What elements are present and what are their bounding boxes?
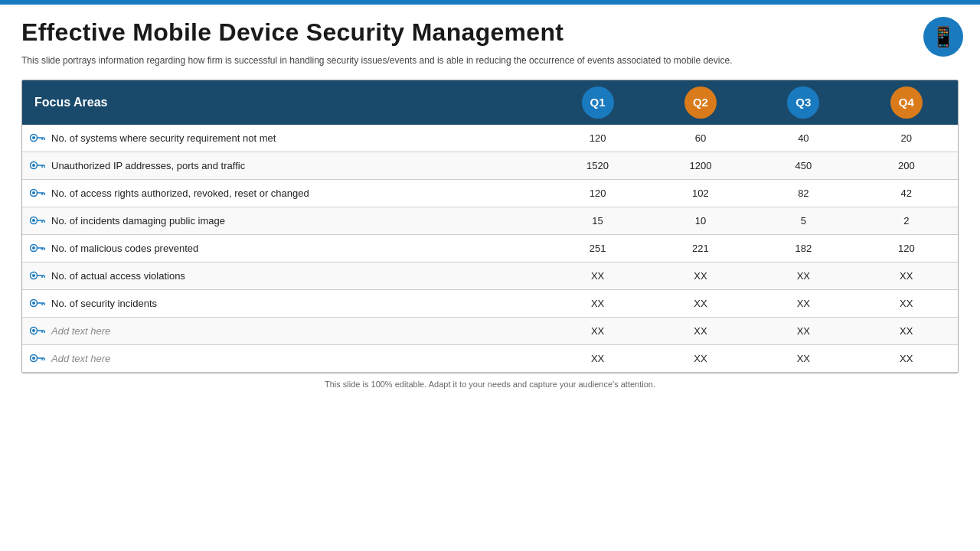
- q3-value: XX: [752, 262, 854, 289]
- page-title: Effective Mobile Device Security Managem…: [21, 18, 959, 47]
- svg-point-11: [32, 191, 35, 194]
- q4-value: XX: [855, 317, 958, 344]
- q2-value: 1200: [649, 152, 752, 179]
- row-label-text: Unauthorized IP addresses, ports and tra…: [51, 160, 245, 171]
- row-label-cell: Unauthorized IP addresses, ports and tra…: [22, 152, 546, 179]
- q1-value: 1520: [546, 152, 648, 179]
- q3-value: XX: [752, 344, 854, 372]
- phone-icon-wrapper: 📱: [923, 17, 963, 57]
- q3-value: 82: [752, 179, 854, 207]
- q3-header: Q3: [752, 80, 854, 125]
- row-label-cell: No. of incidents damaging public image: [22, 207, 546, 234]
- q3-value: 182: [752, 234, 854, 262]
- table-row: No. of security incidentsXXXXXXXX: [22, 289, 958, 317]
- q4-value: XX: [855, 262, 958, 289]
- q1-value: XX: [546, 262, 648, 289]
- q2-value: XX: [649, 344, 752, 372]
- row-label-cell: No. of systems where security requiremen…: [22, 125, 546, 152]
- table-row: No. of systems where security requiremen…: [22, 125, 958, 152]
- row-label-text: No. of systems where security requiremen…: [51, 132, 276, 144]
- q1-badge: Q1: [582, 86, 614, 119]
- table-header-row: Focus Areas Q1 Q2 Q3 Q4: [22, 80, 958, 125]
- key-icon: [30, 161, 45, 170]
- q1-value: 15: [546, 207, 648, 234]
- row-label-text: No. of malicious codes prevented: [51, 243, 198, 254]
- table-row: Add text hereXXXXXXXX: [22, 317, 958, 344]
- q4-badge: Q4: [890, 86, 923, 119]
- svg-point-36: [32, 329, 35, 332]
- data-table: Focus Areas Q1 Q2 Q3 Q4: [22, 80, 958, 373]
- key-icon: [30, 243, 45, 253]
- q1-value: 120: [546, 179, 648, 207]
- q1-value: XX: [546, 344, 648, 372]
- q4-value: 42: [855, 179, 958, 207]
- svg-point-6: [32, 164, 35, 167]
- row-label-cell: Add text here: [22, 317, 546, 344]
- q1-value: XX: [546, 289, 648, 317]
- row-label-text: Add text here: [51, 353, 110, 364]
- svg-point-41: [32, 357, 35, 360]
- q4-value: XX: [855, 289, 958, 317]
- key-icon: [30, 271, 45, 280]
- row-label-text: No. of actual access violations: [51, 270, 185, 282]
- q1-value: 120: [546, 125, 648, 152]
- q2-value: 10: [649, 207, 752, 234]
- svg-point-31: [32, 302, 35, 305]
- phone-icon: 📱: [931, 25, 956, 49]
- row-label-cell: Add text here: [22, 344, 546, 372]
- q3-value: XX: [752, 289, 854, 317]
- data-table-wrapper: Focus Areas Q1 Q2 Q3 Q4: [21, 80, 959, 373]
- key-icon: [30, 216, 45, 225]
- key-icon: [30, 133, 45, 142]
- q4-value: XX: [855, 344, 958, 372]
- key-icon: [30, 298, 45, 308]
- table-row: No. of actual access violationsXXXXXXXX: [22, 262, 958, 289]
- table-row: No. of incidents damaging public image15…: [22, 207, 958, 234]
- svg-point-1: [32, 136, 35, 139]
- q1-value: 251: [546, 234, 648, 262]
- key-icon: [30, 354, 45, 363]
- focus-areas-header: Focus Areas: [22, 80, 546, 125]
- row-label-text: No. of incidents damaging public image: [51, 215, 225, 227]
- q3-badge: Q3: [787, 86, 819, 119]
- q2-badge: Q2: [684, 86, 717, 119]
- key-icon: [30, 188, 45, 197]
- q1-value: XX: [546, 317, 648, 344]
- q2-value: XX: [649, 262, 752, 289]
- q4-value: 120: [855, 234, 958, 262]
- q4-header: Q4: [855, 80, 958, 125]
- key-icon: [30, 326, 45, 335]
- row-label-cell: No. of security incidents: [22, 289, 546, 317]
- row-label-text: Add text here: [51, 325, 110, 337]
- row-label-cell: No. of actual access violations: [22, 262, 546, 289]
- q2-value: XX: [649, 289, 752, 317]
- q3-value: XX: [752, 317, 854, 344]
- row-label-cell: No. of malicious codes prevented: [22, 234, 546, 262]
- footer-text: This slide is 100% editable. Adapt it to…: [21, 380, 959, 389]
- table-row: No. of access rights authorized, revoked…: [22, 179, 958, 207]
- q4-value: 200: [855, 152, 958, 179]
- q2-value: XX: [649, 317, 752, 344]
- q4-value: 20: [855, 125, 958, 152]
- table-row: Unauthorized IP addresses, ports and tra…: [22, 152, 958, 179]
- q2-value: 221: [649, 234, 752, 262]
- row-label-text: No. of security incidents: [51, 298, 157, 309]
- q1-header: Q1: [546, 80, 648, 125]
- table-row: No. of malicious codes prevented25122118…: [22, 234, 958, 262]
- table-row: Add text hereXXXXXXXX: [22, 344, 958, 372]
- row-label-text: No. of access rights authorized, revoked…: [51, 187, 309, 199]
- page-subtitle: This slide portrays information regardin…: [21, 54, 959, 67]
- q4-value: 2: [855, 207, 958, 234]
- q2-value: 102: [649, 179, 752, 207]
- page-container: 📱 Effective Mobile Device Security Manag…: [0, 5, 980, 396]
- q3-value: 40: [752, 125, 854, 152]
- q2-header: Q2: [649, 80, 752, 125]
- q3-value: 5: [752, 207, 854, 234]
- q2-value: 60: [649, 125, 752, 152]
- svg-point-21: [32, 246, 35, 249]
- row-label-cell: No. of access rights authorized, revoked…: [22, 179, 546, 207]
- svg-point-26: [32, 274, 35, 277]
- svg-point-16: [32, 219, 35, 222]
- q3-value: 450: [752, 152, 854, 179]
